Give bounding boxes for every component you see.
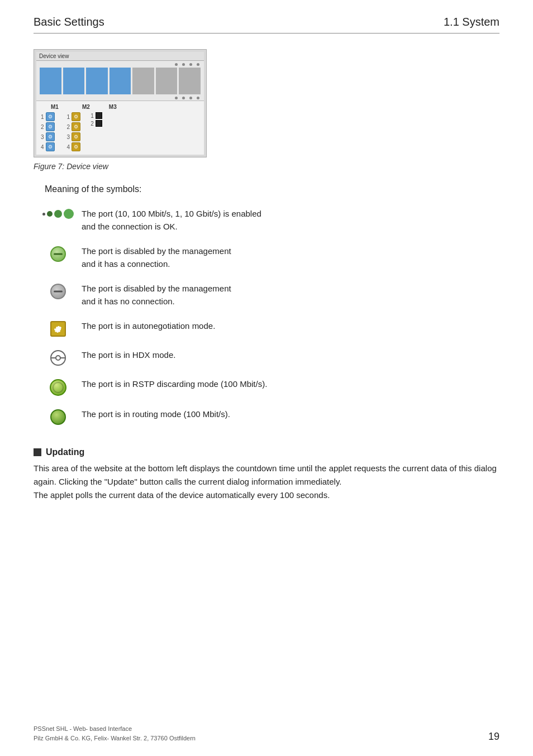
col-header-m2: M2 [82,104,90,110]
routing-icon [45,409,72,425]
slot-dot-bottom [182,97,185,99]
slot-block-2 [63,68,85,94]
slot-dot-bottom [189,97,192,99]
footer-left: PSSnet SHL - Web- based Interface Pilz G… [34,724,196,743]
m3-port-2: 2 [91,120,102,127]
disabled-connected-icon [45,246,72,262]
slot-dot [189,63,192,66]
m1-port-2: 2 ⚙ [41,122,55,131]
slot-dot-bottom [197,97,199,99]
meaning-title: Meaning of the symbols: [45,184,499,194]
symbol-row-disabled-conn: The port is disabled by the managementan… [45,245,499,270]
slot-dot [197,63,199,66]
symbol-row-enabled: The port (10, 100 Mbit/s, 1, 10 Gbit/s) … [45,208,499,233]
disabled-no-connection-icon [45,284,72,299]
m2-port-1: 1 ⚙ [67,112,81,121]
slot-block-5 [132,68,154,94]
updating-header: Updating [34,447,499,457]
symbol-text-disabled-conn: The port is disabled by the managementan… [82,245,231,270]
page-title: Basic Settings [34,16,104,28]
symbol-row-rstp: The port is in RSTP discarding mode (100… [45,378,499,396]
footer-line2: Pilz GmbH & Co. KG, Felix- Wankel Str. 2… [34,734,196,743]
m2-port-2: 2 ⚙ [67,122,81,131]
symbol-text-hdx: The port is in HDX mode. [82,349,175,362]
device-view-label: Device view [39,53,69,59]
symbol-text-rstp: The port is in RSTP discarding mode (100… [82,378,267,391]
symbol-row-hdx: The port is in HDX mode. [45,349,499,366]
symbol-row-autoneg: The port is in autonegotiation mode. [45,320,499,337]
figure-caption: Figure 7: Device view [34,162,499,171]
symbol-text-routing: The port is in routing mode (100 Mbit/s)… [82,408,230,421]
footer-line1: PSSnet SHL - Web- based Interface [34,724,196,734]
rstp-icon [45,379,72,396]
autoneg-icon [45,321,72,337]
symbol-text-autoneg: The port is in autonegotiation mode. [82,320,215,333]
slot-block-3 [86,68,108,94]
m2-port-4: 4 ⚙ [67,142,81,151]
m1-port-1: 1 ⚙ [41,112,55,121]
page-footer: PSSnet SHL - Web- based Interface Pilz G… [34,724,499,743]
updating-title: Updating [46,447,84,457]
m2-port-3: 3 ⚙ [67,132,81,141]
symbol-row-disabled-noconn: The port is disabled by the managementan… [45,283,499,308]
page-section: 1.1 System [444,16,499,28]
m1-port-3: 3 ⚙ [41,132,55,141]
figure-container: Device view [34,49,499,171]
updating-section: Updating This area of the website at the… [34,447,499,502]
symbol-text-enabled: The port (10, 100 Mbit/s, 1, 10 Gbit/s) … [82,208,261,233]
slot-dot-bottom [175,97,178,99]
meaning-section: Meaning of the symbols: The port (10, 10… [45,184,499,425]
col-header-m1: M1 [51,104,59,110]
m3-port-1: 1 [91,112,102,119]
updating-text: This area of the website at the bottom l… [34,462,499,502]
page-header: Basic Settings 1.1 System [34,16,499,28]
hdx-icon [45,350,72,366]
symbol-row-routing: The port is in routing mode (100 Mbit/s)… [45,408,499,425]
col-header-m3: M3 [109,104,117,110]
device-view-slots [40,68,201,94]
slot-block-1 [40,68,61,94]
symbol-text-disabled-noconn: The port is disabled by the managementan… [82,283,231,308]
footer-page-number: 19 [488,731,499,743]
header-divider [34,33,499,34]
enabled-ok-icon [45,209,72,219]
slot-block-7 [179,68,201,94]
slot-dot [182,63,185,66]
device-view-box: Device view [34,49,207,157]
m1-port-4: 4 ⚙ [41,142,55,151]
updating-square-icon [34,448,41,456]
slot-block-4 [110,68,131,94]
slot-block-6 [156,68,178,94]
slot-dot [175,63,178,66]
